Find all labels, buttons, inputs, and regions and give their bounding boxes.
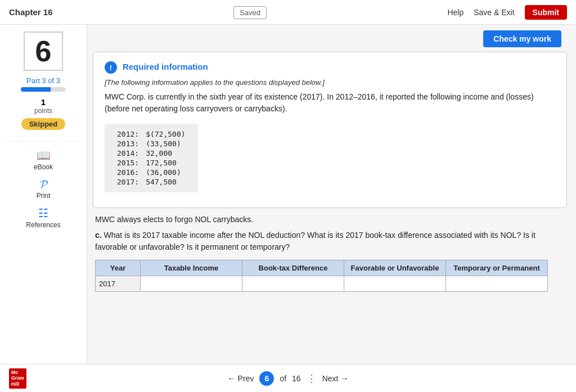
info-icon: ! bbox=[105, 61, 117, 74]
answer-input-cell[interactable] bbox=[242, 276, 344, 292]
references-icon: ☷ bbox=[38, 206, 48, 220]
of-label: of bbox=[280, 374, 286, 383]
logo-box: Mc Graw Hill bbox=[9, 368, 26, 389]
answer-table-header: Book-tax Difference bbox=[242, 260, 344, 276]
data-table-wrapper: 2012:$(72,500)2013: (33,500)2014: 32,000… bbox=[105, 124, 198, 192]
answer-table-header: Temporary or Permanent bbox=[446, 260, 548, 276]
ebook-label: eBook bbox=[34, 163, 53, 171]
answer-input-taxable_income[interactable] bbox=[144, 280, 238, 288]
check-my-work-button[interactable]: Check my work bbox=[483, 30, 561, 47]
print-icon: 𝓟 bbox=[40, 178, 47, 191]
top-nav-right: Help Save & Exit Submit bbox=[447, 5, 567, 20]
content-scroll[interactable]: Check my work ! Required information [Th… bbox=[87, 25, 576, 364]
sidebar: 6 Part 3 of 3 1 points Skipped 📖 eBook 𝓟… bbox=[0, 25, 87, 364]
main-layout: 6 Part 3 of 3 1 points Skipped 📖 eBook 𝓟… bbox=[0, 25, 576, 364]
answer-input-book_tax_diff[interactable] bbox=[246, 280, 340, 288]
answer-table-header: Taxable Income bbox=[141, 260, 242, 276]
chapter-number-box: 6 bbox=[24, 31, 63, 71]
references-label: References bbox=[26, 221, 60, 229]
income-data-table: 2012:$(72,500)2013: (33,500)2014: 32,000… bbox=[114, 129, 189, 187]
submit-button[interactable]: Submit bbox=[525, 5, 567, 20]
income-year-cell: 2014: bbox=[114, 148, 142, 158]
content-area: Check my work ! Required information [Th… bbox=[87, 25, 576, 364]
income-year-cell: 2013: bbox=[114, 139, 142, 148]
sidebar-item-print[interactable]: 𝓟 Print bbox=[4, 174, 82, 203]
question-c: c. What is its 2017 taxable income after… bbox=[95, 229, 565, 253]
logo-line3: Hill bbox=[11, 381, 24, 388]
points-number: 1 bbox=[34, 97, 52, 107]
below-card: MWC always elects to forgo NOL carryback… bbox=[93, 215, 567, 292]
nol-text: MWC always elects to forgo NOL carryback… bbox=[95, 215, 565, 224]
answer-table-header: Favorable or Unfavorable bbox=[344, 260, 446, 276]
prev-arrow-icon: ← bbox=[228, 374, 236, 383]
question-c-letter: c. bbox=[95, 231, 102, 240]
income-value-cell: 172,500 bbox=[142, 158, 188, 168]
logo-line2: Graw bbox=[11, 375, 24, 381]
logo-line1: Mc bbox=[11, 370, 24, 376]
chapter-label: Chapter 16 bbox=[9, 7, 53, 17]
answer-input-cell[interactable] bbox=[344, 276, 446, 292]
question-c-text: What is its 2017 taxable income after th… bbox=[95, 231, 536, 251]
answer-input-favorable[interactable] bbox=[348, 280, 442, 288]
income-value-cell: 547,500 bbox=[142, 177, 188, 187]
print-label: Print bbox=[37, 192, 51, 200]
prev-button[interactable]: ← Prev bbox=[228, 374, 254, 383]
mcgraw-logo: Mc Graw Hill bbox=[9, 368, 26, 389]
bottom-nav: Mc Graw Hill ← Prev 6 of 16 ⋮ Next → bbox=[0, 364, 576, 392]
income-value-cell: $(72,500) bbox=[142, 129, 188, 139]
sidebar-item-ebook[interactable]: 📖 eBook bbox=[4, 145, 82, 174]
answer-input-cell[interactable] bbox=[446, 276, 548, 292]
progress-bar bbox=[21, 87, 66, 92]
next-arrow-icon: → bbox=[340, 374, 348, 383]
top-nav: Chapter 16 Saved Help Save & Exit Submit bbox=[0, 0, 576, 25]
next-label: Next bbox=[322, 374, 339, 383]
points-section: 1 points bbox=[34, 97, 52, 115]
answer-year-cell: 2017 bbox=[96, 276, 141, 292]
required-info-title: Required information bbox=[123, 62, 208, 71]
save-exit-link[interactable]: Save & Exit bbox=[474, 8, 514, 17]
income-year-cell: 2015: bbox=[114, 158, 142, 168]
sidebar-divider bbox=[4, 141, 82, 142]
sidebar-item-references[interactable]: ☷ References bbox=[4, 203, 82, 232]
saved-badge-container: Saved bbox=[233, 8, 267, 17]
prev-label: Prev bbox=[238, 374, 254, 383]
chapter-number: 6 bbox=[35, 34, 52, 68]
points-label: points bbox=[34, 107, 52, 115]
part-label: Part 3 of 3 bbox=[26, 76, 60, 85]
income-year-cell: 2012: bbox=[114, 129, 142, 139]
grid-icon[interactable]: ⋮ bbox=[307, 372, 317, 385]
ebook-icon: 📖 bbox=[37, 148, 51, 162]
total-pages: 16 bbox=[292, 374, 301, 383]
income-value-cell: 32,000 bbox=[142, 148, 188, 158]
income-year-cell: 2017: bbox=[114, 177, 142, 187]
skipped-badge: Skipped bbox=[21, 118, 66, 130]
income-year-cell: 2016: bbox=[114, 168, 142, 177]
table-row: 2017 bbox=[96, 276, 548, 292]
progress-fill bbox=[21, 87, 51, 92]
answer-table: YearTaxable IncomeBook-tax DifferenceFav… bbox=[95, 260, 548, 292]
answer-table-header: Year bbox=[96, 260, 141, 276]
body-text: MWC Corp. is currently in the sixth year… bbox=[105, 91, 555, 115]
question-card: ! Required information [The following in… bbox=[93, 52, 567, 208]
next-button[interactable]: Next → bbox=[322, 374, 349, 383]
help-link[interactable]: Help bbox=[447, 8, 464, 17]
answer-input-cell[interactable] bbox=[141, 276, 242, 292]
answer-input-temp_or_perm[interactable] bbox=[449, 280, 544, 288]
current-page-badge: 6 bbox=[259, 371, 274, 386]
check-btn-row: Check my work bbox=[93, 30, 567, 47]
saved-badge: Saved bbox=[233, 6, 267, 19]
required-info-header: ! Required information bbox=[105, 61, 555, 74]
income-value-cell: (33,500) bbox=[142, 139, 188, 148]
income-value-cell: (36,000) bbox=[142, 168, 188, 177]
italics-note: [The following information applies to th… bbox=[105, 78, 555, 87]
